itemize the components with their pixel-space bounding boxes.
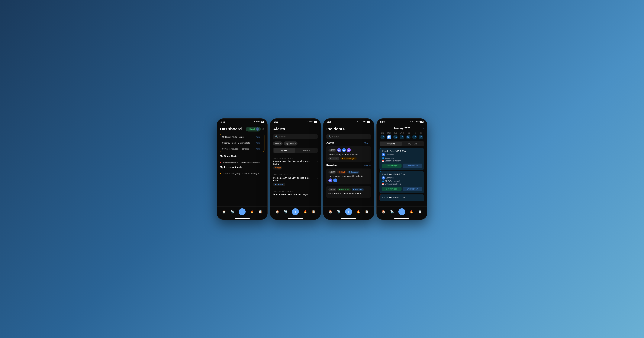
- alert-entry-2[interactable]: Jan 13, 2025 2:15 PM MST iam-service - U…: [273, 188, 318, 199]
- nav-calendar-4[interactable]: 📋: [418, 210, 422, 213]
- nav-calendar-3[interactable]: 📋: [365, 210, 369, 213]
- tab-my-shifts[interactable]: My Shifts: [380, 142, 402, 146]
- prev-month-icon[interactable]: ‹: [380, 127, 380, 130]
- home-indicator-4: [394, 218, 409, 219]
- date-18[interactable]: 18: [419, 135, 423, 139]
- calendar-month: January 2025: [393, 127, 410, 130]
- nav-fire-4[interactable]: 🔥: [410, 210, 414, 213]
- state-filter[interactable]: State ▾: [273, 142, 282, 146]
- date-17[interactable]: 17: [412, 135, 417, 139]
- unset-badge: UNSET: [328, 157, 339, 160]
- resolved-dot-badge-0: [349, 171, 350, 172]
- nav-plus-2[interactable]: +: [292, 208, 299, 215]
- nav-alerts-4[interactable]: 📡: [390, 210, 394, 213]
- battery-dashboard: 58: [261, 121, 264, 123]
- incidents-screen: 5:59 ▲▲▲ WiFi 57 Incidents 🔍 Search Acti…: [323, 118, 374, 220]
- summary-cards: My Recent Alerts - 1 open View → Current…: [220, 134, 264, 152]
- oncall-badge[interactable]: On-call JD: [246, 127, 261, 132]
- oncall-shifts-view[interactable]: View →: [256, 142, 262, 144]
- nav-home-4[interactable]: 🏠: [382, 210, 386, 213]
- incident-card-resolved-0[interactable]: #1644 SEV1 Resolved iam-service - Users …: [326, 169, 371, 184]
- oncall-shifts-row[interactable]: Currently on-call - 2 active shifts View…: [220, 140, 264, 146]
- alert-entry-1[interactable]: Jan 13, 2025 5:53 PM MST Problems with t…: [273, 172, 318, 188]
- user-avatar-dashboard: JD: [256, 128, 259, 131]
- team-icon-1: 👥: [382, 180, 384, 182]
- nav-home-2[interactable]: 🏠: [275, 210, 279, 213]
- shift-user-1: JD John Doe: [382, 176, 422, 179]
- day-wed: Wed: [399, 132, 405, 134]
- resolved-dot-badge-1: [353, 189, 354, 190]
- battery-alerts: 57: [314, 121, 317, 123]
- resolved-view-link[interactable]: View →: [364, 164, 371, 167]
- nav-home-1[interactable]: 🏠: [222, 210, 226, 213]
- tab-my-teams[interactable]: My Teams: [402, 142, 424, 146]
- status-icons-incidents: ▲▲▲ WiFi 57: [356, 121, 370, 123]
- active-view-link[interactable]: View →: [364, 142, 371, 144]
- home-indicator-1: [235, 218, 250, 219]
- recent-alerts-row[interactable]: My Recent Alerts - 1 open View →: [220, 134, 264, 140]
- incident-item-0[interactable]: #1645 Investigating content not loading …: [220, 172, 264, 174]
- recent-alerts-view[interactable]: View →: [256, 136, 262, 138]
- nav-calendar-1[interactable]: 📋: [258, 210, 262, 213]
- active-section-header: Active View →: [326, 142, 371, 145]
- sev-dot: [339, 171, 340, 172]
- state-filter-label: State: [275, 142, 280, 145]
- ack-badge: Acknowledged: [340, 157, 357, 160]
- date-15[interactable]: 15: [400, 135, 404, 139]
- nav-plus-4[interactable]: +: [398, 208, 405, 215]
- date-13[interactable]: 13: [387, 135, 391, 139]
- alerts-search-bar[interactable]: 🔍 Search: [273, 134, 318, 139]
- nav-alerts-1[interactable]: 📡: [230, 210, 234, 213]
- alert-title-0: Problems with the CDN service in us-east…: [273, 160, 311, 165]
- coverage-requests-view[interactable]: View →: [256, 148, 262, 150]
- nav-alerts-2[interactable]: 📡: [284, 210, 288, 213]
- nav-home-3[interactable]: 🏠: [328, 210, 332, 213]
- gear-icon[interactable]: ⚙: [262, 128, 264, 131]
- shift-time-1: 1/14 @ 8am - 1/14 @ 5pm: [382, 173, 422, 175]
- nav-fire-3[interactable]: 🔥: [356, 210, 360, 213]
- assignee-row-0: BR JD BR: [337, 148, 351, 152]
- status-bar-incidents: 5:59 ▲▲▲ WiFi 57: [323, 119, 374, 124]
- get-coverage-btn-0[interactable]: Get Coverage: [382, 164, 402, 168]
- alert-entry-0[interactable]: Jan 13, 2025 5:56 PM MST Problems with t…: [273, 155, 318, 172]
- date-14[interactable]: 14: [393, 135, 398, 139]
- date-12[interactable]: 12: [380, 135, 385, 139]
- status-bar-calendar: 6:00 ▲▲▲ WiFi 57: [376, 119, 427, 124]
- nav-fire-2[interactable]: 🔥: [303, 210, 307, 213]
- home-icon-4: 🏠: [382, 210, 386, 213]
- shift-card-0[interactable]: 1/13 @ 12pm - 1/16 @ 11am JD John Doe 👥 …: [380, 148, 424, 170]
- shift-card-2[interactable]: 1/14 @ 9am - 1/14 @ 5pm: [380, 194, 424, 201]
- bottom-nav-incidents: 🏠 📡 + 🔥 📋: [323, 206, 374, 218]
- nav-alerts-3[interactable]: 📡: [337, 210, 341, 213]
- recent-alerts-text: My Recent Alerts - 1 open: [222, 136, 244, 138]
- nav-calendar-2[interactable]: 📋: [312, 210, 316, 213]
- nav-fire-1[interactable]: 🔥: [250, 210, 254, 213]
- resolved-dot-1: [274, 184, 276, 185]
- unset-dot: [330, 158, 331, 159]
- shift-actions-1: Get Coverage Override Shift: [382, 187, 422, 191]
- alert-date-1: Jan 13, 2025 5:53 PM MST: [273, 174, 318, 176]
- coverage-requests-row[interactable]: Coverage requests - 4 pending View →: [220, 146, 264, 152]
- incident-card-active-0[interactable]: #1645 BR JD BR Investigating content not…: [326, 146, 371, 162]
- assignee-br-0: BR: [337, 148, 341, 152]
- tab-all-alerts[interactable]: All Alerts: [296, 148, 317, 153]
- date-16[interactable]: 16: [406, 135, 410, 139]
- override-shift-btn-0[interactable]: Override Shift: [403, 164, 422, 168]
- nav-plus-3[interactable]: +: [345, 208, 352, 215]
- myteams-filter[interactable]: My Teams ▾: [284, 142, 298, 146]
- override-shift-btn-1[interactable]: Override Shift: [403, 187, 422, 191]
- nav-plus-1[interactable]: +: [239, 208, 246, 215]
- next-month-icon[interactable]: ›: [423, 127, 424, 130]
- alert-date-0: Jan 13, 2025 5:56 PM MST: [273, 157, 318, 159]
- shift-card-1[interactable]: 1/14 @ 8am - 1/14 @ 5pm JD John Doe 👥 SR…: [380, 171, 424, 193]
- get-coverage-btn-1[interactable]: Get Coverage: [382, 187, 402, 191]
- alert-item-0[interactable]: Problems with the CDN service in us-east…: [220, 161, 264, 164]
- calendar-icon-2: 📋: [312, 210, 316, 213]
- incident-card-resolved-1[interactable]: #1643 GAMEDAY Resolved GAMEDAY Incident:…: [326, 186, 371, 198]
- shift-actions-0: Get Coverage Override Shift: [382, 164, 422, 168]
- myteams-filter-label: My Teams: [286, 142, 294, 145]
- shift-user-name-0: John Doe: [386, 154, 394, 156]
- time-incidents: 5:59: [327, 121, 332, 123]
- tab-my-alerts[interactable]: My Alerts: [274, 148, 296, 153]
- incidents-search-bar[interactable]: 🔍 Search: [326, 134, 371, 139]
